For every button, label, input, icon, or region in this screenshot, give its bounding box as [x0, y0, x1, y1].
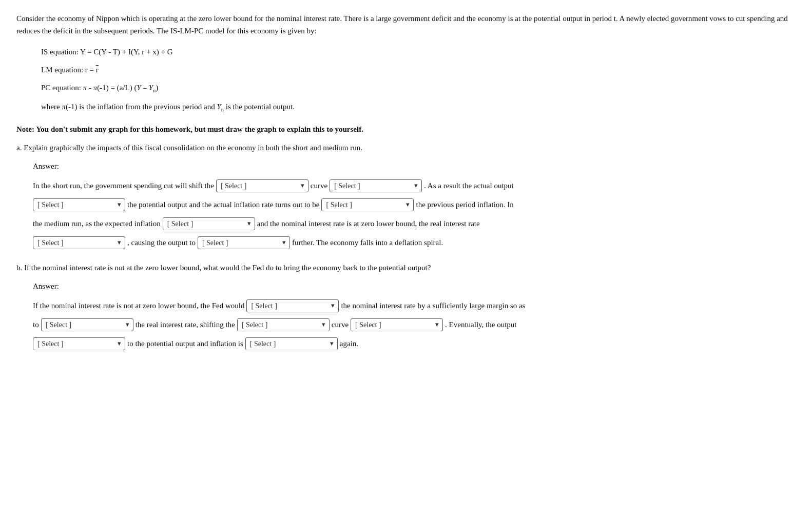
select-b3-inflation[interactable]: [ Select ] stable rising falling — [245, 337, 338, 350]
select-a1-curve[interactable]: [ Select ] IS LM PC — [216, 179, 308, 192]
select-b1-fed-action[interactable]: [ Select ] increase decrease maintain — [246, 299, 339, 312]
select-b3-output[interactable]: [ Select ] returns falls rises — [33, 337, 125, 350]
text-b2-to: to — [33, 316, 39, 333]
text-as-result: . As a result the actual output — [424, 177, 514, 194]
answer-row-b3: [ Select ] returns falls rises to the po… — [33, 335, 796, 352]
select-wrapper-b3-inflation[interactable]: [ Select ] stable rising falling — [245, 335, 338, 352]
answer-row-a4: [ Select ] increases decreases stays the… — [33, 234, 796, 251]
answer-row-a1: In the short run, the government spendin… — [33, 177, 796, 194]
select-wrapper-a1-output[interactable]: [ Select ] falls below rises above equal… — [33, 196, 125, 213]
select-wrapper-a2-real-rate[interactable]: [ Select ] increases decreases stays the… — [33, 234, 125, 251]
select-b2-curve[interactable]: [ Select ] IS LM PC — [237, 318, 330, 331]
answer-row-b2: to [ Select ] lower raise maintain the r… — [33, 316, 796, 333]
question-a: a. Explain graphically the impacts of th… — [16, 142, 796, 154]
answer-label-b: Answer: — [33, 280, 796, 292]
text-b2-curve: curve — [332, 316, 349, 333]
is-equation: IS equation: Y = C(Y - T) + I(Y, r + x) … — [41, 45, 796, 59]
select-a2-expected-inflation[interactable]: [ Select ] decreases increases stays the… — [163, 217, 255, 230]
text-short-run: In the short run, the government spendin… — [33, 177, 214, 194]
answer-row-a2: [ Select ] falls below rises above equal… — [33, 196, 796, 213]
text-b2-real-rate: the real interest rate, shifting the — [136, 316, 235, 333]
note-text: Note: You don't submit any graph for thi… — [16, 123, 796, 135]
select-wrapper-a2-output[interactable]: [ Select ] fall rise stay — [198, 234, 290, 251]
text-b1-pre: If the nominal interest rate is not at z… — [33, 297, 244, 314]
text-causing: , causing the output to — [127, 234, 196, 251]
equations-block: IS equation: Y = C(Y - T) + I(Y, r + x) … — [41, 45, 796, 115]
select-wrapper-a1-dir[interactable]: [ Select ] left right up down — [330, 177, 422, 194]
select-wrapper-b2-real-rate[interactable]: [ Select ] lower raise maintain — [41, 316, 133, 333]
where-clause: where π(-1) is the inflation from the pr… — [41, 100, 796, 115]
text-b2-eventually: . Eventually, the output — [445, 316, 516, 333]
text-medium-run: the medium run, as the expected inflatio… — [33, 215, 161, 232]
select-wrapper-b1-fed[interactable]: [ Select ] increase decrease maintain — [246, 297, 339, 314]
select-wrapper-b3-output[interactable]: [ Select ] returns falls rises — [33, 335, 125, 352]
text-curve-1: curve — [311, 177, 327, 194]
select-a2-real-rate[interactable]: [ Select ] increases decreases stays the… — [33, 236, 125, 249]
answer-label-a: Answer: — [33, 160, 796, 172]
select-b2-real-rate[interactable]: [ Select ] lower raise maintain — [41, 318, 133, 331]
text-b1-post: the nominal interest rate by a sufficien… — [341, 297, 525, 314]
select-wrapper-b2-direction[interactable]: [ Select ] left right up down — [351, 316, 443, 333]
text-deflation-spiral: further. The economy falls into a deflat… — [292, 234, 443, 251]
text-zlb: and the nominal interest rate is at zero… — [257, 215, 480, 232]
text-b3-again: again. — [340, 335, 358, 352]
lm-equation: LM equation: r = r — [41, 63, 796, 77]
select-a1-output[interactable]: [ Select ] falls below rises above equal… — [33, 198, 125, 211]
select-wrapper-b2-curve[interactable]: [ Select ] IS LM PC — [237, 316, 330, 333]
select-b2-direction[interactable]: [ Select ] left right up down — [351, 318, 443, 331]
text-potential-output: the potential output and the actual infl… — [127, 196, 319, 213]
pc-equation: PC equation: π - π(-1) = (a/L) (Y – Yn) — [41, 81, 796, 96]
answer-section-a: Answer: In the short run, the government… — [33, 160, 796, 251]
select-a1-inflation[interactable]: [ Select ] above below equal to — [321, 198, 414, 211]
select-wrapper-a1-curve[interactable]: [ Select ] IS LM PC — [216, 177, 308, 194]
intro-paragraph: Consider the economy of Nippon which is … — [16, 12, 796, 37]
answer-row-b1: If the nominal interest rate is not at z… — [33, 297, 796, 314]
answer-section-b: Answer: If the nominal interest rate is … — [33, 280, 796, 352]
text-b3-potential: to the potential output and inflation is — [127, 335, 243, 352]
select-a2-output[interactable]: [ Select ] fall rise stay — [198, 236, 290, 249]
text-prev-inflation: the previous period inflation. In — [416, 196, 513, 213]
select-wrapper-a2-exp-inf[interactable]: [ Select ] decreases increases stays the… — [163, 215, 255, 232]
question-b: b. If the nominal interest rate is not a… — [16, 262, 796, 274]
answer-row-a3: the medium run, as the expected inflatio… — [33, 215, 796, 232]
select-a1-direction[interactable]: [ Select ] left right up down — [330, 179, 422, 192]
section-b-container: b. If the nominal interest rate is not a… — [16, 262, 796, 352]
select-wrapper-a1-inflation[interactable]: [ Select ] above below equal to — [321, 196, 414, 213]
